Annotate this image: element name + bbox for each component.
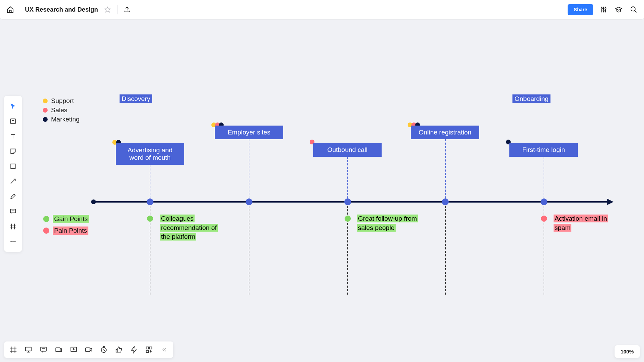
stage-first-time-login[interactable]: First-time login (509, 143, 578, 157)
frame-icon[interactable] (9, 345, 18, 354)
present-icon[interactable] (24, 345, 33, 354)
search-icon[interactable] (629, 5, 639, 14)
svg-rect-17 (146, 347, 148, 349)
divider (20, 5, 20, 14)
stage-advertising[interactable]: Advertising and word of mouth (116, 143, 184, 165)
star-icon[interactable] (103, 5, 112, 14)
pain-point-dot[interactable] (541, 216, 547, 222)
document-title[interactable]: UX Research and Design (25, 6, 98, 13)
dash-line (544, 157, 544, 198)
dash-line-below (249, 206, 249, 295)
timeline-arrowhead (607, 199, 614, 205)
home-icon[interactable] (5, 5, 15, 14)
svg-point-1 (601, 8, 603, 9)
gain-point-dot[interactable] (345, 216, 351, 222)
timeline-node[interactable] (541, 198, 547, 205)
svg-rect-18 (150, 347, 152, 349)
legend-item-support: Support (43, 97, 79, 105)
phase-discovery[interactable]: Discovery (120, 94, 152, 103)
dash-line-below (445, 206, 446, 295)
timeline-start-dot (91, 199, 96, 204)
gain-point-text[interactable]: Great follow-up from sales people (357, 214, 419, 232)
bottom-toolbar (4, 341, 173, 358)
timer-icon[interactable] (99, 345, 108, 354)
activities-icon[interactable] (129, 345, 138, 354)
legend-pain-points: Pain Points (43, 227, 89, 235)
voting-icon[interactable] (114, 345, 123, 354)
svg-point-2 (603, 10, 604, 12)
card-icon[interactable] (54, 345, 63, 354)
dash-line (249, 139, 249, 198)
stage-employer-sites[interactable]: Employer sites (215, 126, 283, 139)
timeline-node[interactable] (246, 198, 252, 205)
svg-rect-11 (26, 347, 32, 351)
stage-outbound-call[interactable]: Outbound call (313, 143, 382, 157)
dash-line (347, 157, 348, 198)
gain-point-dot[interactable] (147, 216, 153, 222)
pain-point-text[interactable]: Activation email in spam (554, 214, 615, 232)
share-screen-icon[interactable] (69, 345, 78, 354)
phase-onboarding[interactable]: Onboarding (512, 94, 550, 103)
dash-line (150, 165, 150, 198)
top-bar-left: UX Research and Design (5, 5, 132, 14)
svg-rect-15 (86, 348, 90, 352)
dash-line (445, 139, 446, 198)
legend-points: Gain Points Pain Points (43, 215, 89, 236)
svg-point-4 (631, 7, 635, 11)
share-button[interactable]: Share (568, 4, 593, 15)
timeline-node[interactable] (344, 198, 351, 205)
gain-point-text[interactable]: Colleagues recommendation of the platfor… (160, 214, 222, 242)
export-icon[interactable] (122, 5, 132, 14)
chat-icon[interactable] (39, 345, 48, 354)
collapse-icon[interactable] (160, 345, 169, 354)
legend-gain-points: Gain Points (43, 215, 89, 223)
zoom-level[interactable]: 100% (615, 345, 640, 358)
top-bar: UX Research and Design Share (0, 0, 644, 20)
svg-rect-19 (146, 350, 148, 352)
legend-item-marketing: Marketing (43, 116, 79, 123)
svg-rect-12 (41, 347, 47, 351)
timeline-node[interactable] (147, 198, 153, 205)
top-bar-right: Share (568, 4, 639, 15)
divider (117, 5, 117, 14)
video-icon[interactable] (84, 345, 93, 354)
learn-icon[interactable] (614, 5, 623, 14)
legend-item-sales: Sales (43, 106, 79, 114)
svg-point-3 (605, 8, 606, 9)
svg-marker-0 (105, 7, 110, 12)
stage-online-registration[interactable]: Online registration (411, 126, 479, 139)
canvas[interactable]: Support Sales Marketing Discovery Onboar… (0, 20, 644, 362)
apps-icon[interactable] (145, 345, 153, 354)
svg-rect-13 (56, 348, 60, 352)
settings-icon[interactable] (599, 5, 608, 14)
legend-departments: Support Sales Marketing (43, 97, 79, 125)
timeline-node[interactable] (442, 198, 449, 205)
